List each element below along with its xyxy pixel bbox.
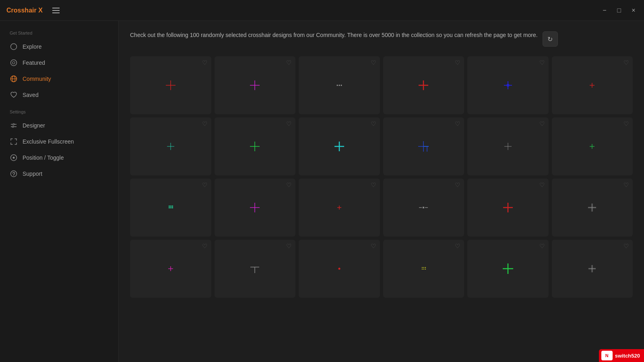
svg-rect-48	[169, 207, 170, 208]
heart-button[interactable]: ♡	[286, 121, 291, 127]
community-label: Community	[23, 76, 51, 82]
hamburger-button[interactable]	[52, 8, 60, 13]
app-name-accent: X	[38, 7, 43, 14]
heart-button[interactable]: ♡	[371, 121, 376, 127]
heart-button[interactable]: ♡	[202, 121, 207, 127]
svg-rect-71	[422, 267, 423, 268]
heart-button[interactable]: ♡	[455, 60, 460, 66]
crosshair-card[interactable]: ♡	[299, 240, 380, 298]
crosshair-card[interactable]: ♡	[552, 179, 633, 237]
content-header: Check out the following 100 randomly sel…	[130, 31, 633, 47]
svg-rect-45	[169, 206, 170, 207]
support-label: Support	[23, 171, 42, 177]
svg-point-0	[11, 44, 17, 50]
nintendo-logo: N	[601, 351, 613, 360]
crosshair-card[interactable]: ♡	[130, 179, 211, 237]
heart-button[interactable]: ♡	[455, 243, 460, 249]
heart-button[interactable]: ♡	[623, 60, 629, 66]
crosshair-card[interactable]: ♡	[467, 240, 549, 298]
crosshair-card[interactable]: ♡	[467, 56, 549, 114]
crosshair-card[interactable]: ♡	[467, 179, 549, 237]
heart-button[interactable]: ♡	[202, 60, 207, 66]
crosshair-card[interactable]: ♡	[130, 56, 211, 114]
crosshair-preview	[496, 73, 520, 97]
exclusive-fullscreen-label: Exclusive Fullscreen	[23, 138, 74, 145]
svg-rect-47	[172, 206, 173, 207]
crosshair-grid: ♡ ♡ ♡ ♡ ♡ ♡ ♡	[130, 56, 633, 298]
sidebar-item-support[interactable]: Support	[0, 166, 118, 182]
heart-button[interactable]: ♡	[202, 243, 207, 249]
heart-button[interactable]: ♡	[539, 60, 545, 66]
svg-point-1	[11, 60, 17, 66]
sidebar-item-designer[interactable]: Designer	[0, 117, 118, 134]
crosshair-card[interactable]: ♡	[552, 240, 633, 298]
exclusive-fullscreen-icon	[10, 138, 18, 146]
maximize-button[interactable]: □	[615, 6, 623, 14]
crosshair-preview	[327, 73, 351, 97]
crosshair-card[interactable]: ♡	[130, 117, 211, 175]
crosshair-card[interactable]: ♡	[130, 240, 211, 298]
crosshair-card[interactable]: ♡	[552, 117, 633, 175]
crosshair-card[interactable]: ♡	[383, 117, 464, 175]
crosshair-card[interactable]: ♡	[383, 56, 464, 114]
svg-point-20	[339, 84, 340, 86]
svg-point-10	[13, 123, 14, 125]
sidebar-item-explore[interactable]: Explore	[0, 39, 118, 55]
refresh-button[interactable]: ↻	[543, 31, 558, 47]
sidebar-item-community[interactable]: Community	[0, 71, 118, 87]
heart-button[interactable]: ♡	[371, 243, 376, 249]
close-button[interactable]: ×	[630, 6, 638, 14]
heart-button[interactable]: ♡	[539, 182, 545, 188]
svg-rect-76	[425, 269, 426, 269]
position-toggle-icon	[10, 154, 18, 162]
heart-button[interactable]: ♡	[286, 182, 291, 188]
featured-label: Featured	[23, 60, 45, 66]
community-icon	[10, 75, 18, 83]
crosshair-preview	[411, 73, 436, 97]
crosshair-card[interactable]: ♡	[299, 117, 380, 175]
heart-button[interactable]: ♡	[202, 182, 207, 188]
heart-button[interactable]: ♡	[623, 121, 629, 127]
crosshair-preview	[243, 257, 267, 281]
heart-button[interactable]: ♡	[623, 243, 629, 249]
main-layout: Get Started Explore Featured	[0, 21, 644, 362]
crosshair-card[interactable]: ♡	[299, 56, 380, 114]
sidebar-item-featured[interactable]: Featured	[0, 55, 118, 71]
crosshair-card[interactable]: ♡	[299, 179, 380, 237]
sidebar-item-exclusive-fullscreen[interactable]: Exclusive Fullscreen	[0, 134, 118, 150]
crosshair-card[interactable]: ♡	[215, 117, 296, 175]
heart-button[interactable]: ♡	[371, 60, 376, 66]
crosshair-card[interactable]: ♡	[215, 240, 296, 298]
crosshair-preview	[580, 134, 604, 158]
sidebar: Get Started Explore Featured	[0, 21, 119, 362]
content-area: Check out the following 100 randomly sel…	[119, 21, 644, 362]
sidebar-item-position-toggle[interactable]: Position / Toggle	[0, 150, 118, 166]
heart-button[interactable]: ♡	[623, 182, 629, 188]
heart-button[interactable]: ♡	[455, 121, 460, 127]
svg-rect-57	[423, 207, 424, 208]
app-name-text: Crosshair	[6, 7, 38, 14]
svg-point-19	[336, 84, 338, 86]
heart-button[interactable]: ♡	[371, 182, 376, 188]
heart-button[interactable]: ♡	[286, 243, 291, 249]
sidebar-item-saved[interactable]: Saved	[0, 87, 118, 103]
saved-label: Saved	[23, 92, 39, 98]
crosshair-card[interactable]: ♡	[215, 179, 296, 237]
explore-icon	[10, 43, 18, 51]
svg-rect-46	[170, 206, 171, 207]
heart-button[interactable]: ♡	[539, 121, 545, 127]
crosshair-preview	[159, 73, 183, 97]
crosshair-card[interactable]: ♡	[383, 179, 464, 237]
featured-icon	[10, 59, 18, 67]
heart-button[interactable]: ♡	[539, 243, 545, 249]
heart-button[interactable]: ♡	[455, 182, 460, 188]
crosshair-preview	[496, 257, 520, 281]
svg-rect-75	[423, 269, 424, 269]
crosshair-card[interactable]: ♡	[383, 240, 464, 298]
crosshair-card[interactable]: ♡	[215, 56, 296, 114]
minimize-button[interactable]: −	[601, 6, 609, 14]
heart-button[interactable]: ♡	[286, 60, 291, 66]
svg-rect-74	[422, 269, 423, 269]
crosshair-card[interactable]: ♡	[552, 56, 633, 114]
crosshair-card[interactable]: ♡	[467, 117, 549, 175]
